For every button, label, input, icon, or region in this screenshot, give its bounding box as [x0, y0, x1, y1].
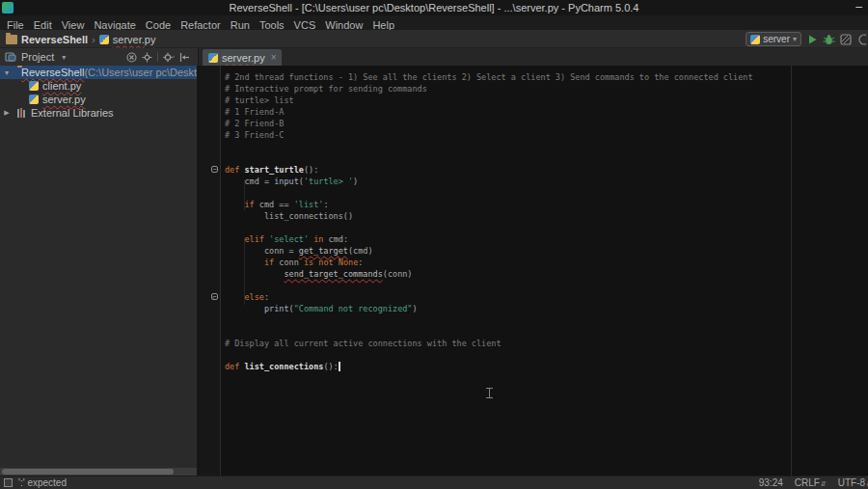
code-line: # Interactive prompt for sending command…: [225, 83, 753, 95]
code-line: # 2nd thread functions - 1) See all the …: [225, 71, 753, 83]
breadcrumb: ReverseShell › server.py: [6, 30, 155, 48]
status-left: ':' expected: [4, 476, 67, 489]
code-line: [225, 141, 753, 152]
tree-file-label: server.py: [42, 94, 86, 105]
chevron-down-icon: ▾: [793, 35, 797, 43]
breadcrumb-root[interactable]: ReverseShell: [6, 30, 88, 48]
code-line: [225, 326, 753, 338]
code-line: # 3 Friend-C: [225, 129, 753, 141]
run-configuration-label: server: [763, 34, 790, 44]
python-file-icon: [99, 35, 109, 44]
code-line: send_target_commands(conn): [225, 268, 753, 280]
caret-position-indicator[interactable]: 93:24: [759, 477, 783, 488]
tree-row-client-py[interactable]: client.py: [0, 79, 197, 93]
code-line: print("Command not recognized"): [225, 303, 753, 314]
minimize-button[interactable]: –: [855, 0, 862, 14]
breadcrumb-file-label: server.py: [113, 34, 156, 45]
project-root-name: ReverseShell: [21, 67, 84, 78]
chevron-down-icon[interactable]: ▾: [62, 53, 66, 62]
debug-button[interactable]: [823, 34, 835, 45]
code-line: [225, 314, 753, 326]
profiler-button[interactable]: [856, 34, 866, 45]
code-line: if conn is not None:: [225, 257, 753, 268]
tab-close-icon[interactable]: ×: [271, 52, 277, 63]
external-libraries-label: External Libraries: [31, 107, 114, 119]
status-right: 93:24 CRLF⇵ UTF-8⇵: [759, 476, 868, 489]
window-title: ReverseShell - [C:\Users\user pc\Desktop…: [0, 1, 868, 14]
project-panel-title[interactable]: Project: [21, 51, 54, 63]
breadcrumb-file[interactable]: server.py: [99, 30, 156, 48]
code-line: # 2 Friend-B: [225, 118, 753, 129]
code-line: [225, 187, 753, 199]
tree-file-label: client.py: [42, 80, 81, 92]
tree-expanded-icon[interactable]: ▼: [2, 69, 12, 76]
breadcrumb-root-label: ReverseShell: [21, 34, 88, 45]
text-caret: [339, 362, 340, 371]
editor-tab-strip: server.py ×: [198, 48, 868, 66]
run-controls: server ▾: [746, 31, 866, 47]
mouse-ibeam-cursor: [486, 388, 493, 398]
status-error-message: ':' expected: [18, 477, 67, 488]
tab-label: server.py: [222, 52, 265, 64]
tree-row-project-root[interactable]: ▼ ReverseShell (C:\Users\user pc\Desktop…: [0, 66, 197, 79]
code-line: def start_turtle():: [225, 164, 753, 176]
python-file-icon: [29, 95, 39, 104]
code-line: list_connections(): [225, 210, 753, 222]
project-tree-panel: ▼ ReverseShell (C:\Users\user pc\Desktop…: [0, 66, 198, 475]
horizontal-scrollbar-thumb[interactable]: [2, 469, 174, 475]
encoding-indicator[interactable]: UTF-8⇵: [838, 477, 868, 488]
code-line: [225, 280, 753, 291]
code-line: [225, 349, 753, 361]
fold-collapse-icon[interactable]: −: [211, 166, 218, 173]
python-file-icon: [750, 35, 760, 44]
tree-row-external-libraries[interactable]: ▶ External Libraries: [0, 106, 197, 120]
code-line: if cmd == 'list':: [225, 199, 753, 210]
toolbar-divider: [157, 52, 158, 62]
project-panel-header: Project ▾: [0, 48, 198, 66]
code-lines: # 2nd thread functions - 1) See all the …: [225, 71, 753, 372]
code-line: # 1 Friend-A: [225, 106, 753, 118]
code-line: def list_connections():: [225, 361, 753, 372]
tree-collapsed-icon[interactable]: ▶: [2, 109, 12, 117]
tree-row-server-py[interactable]: server.py: [0, 93, 197, 106]
code-line: # Display all current active connections…: [225, 338, 753, 349]
code-line: conn = get_target(cmd): [225, 245, 753, 257]
pycharm-window: ReverseShell - [C:\Users\user pc\Desktop…: [0, 0, 868, 489]
navigation-bar: ReverseShell › server.py server ▾: [0, 30, 868, 48]
code-line: [225, 222, 753, 233]
code-line: [225, 152, 753, 164]
title-bar: ReverseShell - [C:\Users\user pc\Desktop…: [0, 0, 868, 15]
breadcrumb-separator-icon: ›: [88, 34, 99, 45]
tab-server-py[interactable]: server.py ×: [203, 49, 282, 66]
folder-icon: [6, 35, 17, 44]
status-bar: ':' expected 93:24 CRLF⇵ UTF-8⇵: [0, 475, 868, 489]
code-line: elif 'select' in cmd:: [225, 233, 753, 245]
horizontal-scrollbar-track[interactable]: [0, 468, 197, 475]
settings-gear-icon[interactable]: [163, 52, 175, 63]
menu-bar: FileEditViewNavigateCodeRefactorRunTools…: [0, 15, 868, 30]
right-margin-guide: [791, 66, 792, 475]
code-line: else:: [225, 291, 753, 303]
libraries-icon: [17, 108, 27, 118]
code-editor[interactable]: − ⌐ # 2nd thread functions - 1) See all …: [199, 66, 868, 475]
editor-gutter: − ⌐: [199, 66, 221, 475]
project-panel-actions: [126, 52, 190, 63]
run-with-coverage-button[interactable]: [840, 34, 852, 45]
project-root-path: (C:\Users\user pc\Desktop\Reverse: [84, 67, 198, 78]
code-line: cmd = input('turtle> '): [225, 176, 753, 187]
scroll-from-source-icon[interactable]: [142, 52, 152, 63]
project-panel-icon: [5, 51, 16, 63]
hide-panel-icon[interactable]: [179, 52, 190, 63]
python-file-icon: [29, 81, 39, 91]
run-configuration-select[interactable]: server ▾: [746, 32, 801, 46]
toggle-toolwindows-icon[interactable]: [4, 478, 13, 487]
python-file-icon: [208, 53, 218, 63]
code-line: # turtle> list: [225, 95, 753, 106]
updown-icon: ⇵: [821, 480, 827, 487]
collapse-all-icon[interactable]: [126, 52, 137, 63]
line-separator-indicator[interactable]: CRLF⇵: [795, 477, 827, 488]
run-button[interactable]: [806, 34, 818, 45]
fold-end-icon[interactable]: ⌐: [211, 293, 218, 300]
